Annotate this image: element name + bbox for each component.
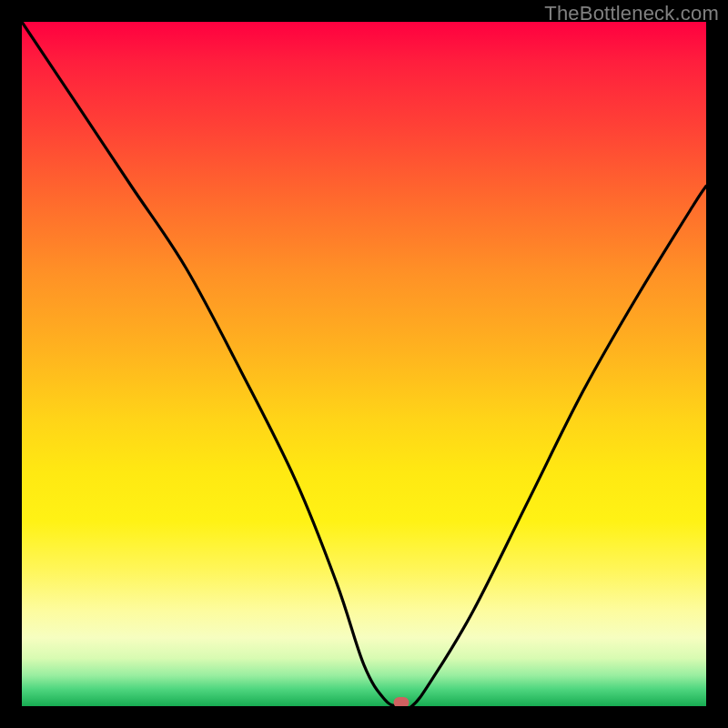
bottleneck-curve [22,22,706,706]
plot-area [22,22,706,706]
watermark-text: TheBottleneck.com [544,2,719,25]
valley-marker [394,697,410,706]
chart-frame: TheBottleneck.com [0,0,728,728]
